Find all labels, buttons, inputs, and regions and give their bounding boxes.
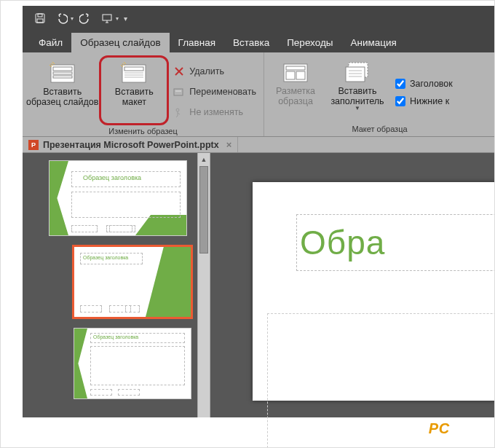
svg-rect-9 bbox=[124, 67, 143, 71]
title-checkbox-label: Заголовок bbox=[410, 79, 453, 89]
title-placeholder[interactable]: Обра bbox=[296, 214, 495, 271]
preserve-label: Не изменять bbox=[189, 107, 243, 117]
footers-checkbox-input[interactable] bbox=[395, 96, 405, 106]
scroll-handle[interactable] bbox=[199, 166, 208, 254]
tab-transitions[interactable]: Переходы bbox=[278, 33, 341, 52]
save-icon bbox=[34, 12, 46, 24]
redo-icon bbox=[79, 12, 91, 24]
master-thumb-title: Образец заголовка bbox=[83, 174, 141, 181]
placeholder-icon bbox=[344, 61, 371, 83]
powerpoint-file-icon: P bbox=[28, 140, 39, 150]
watermark-part-c: .com bbox=[450, 420, 483, 436]
delete-button[interactable]: Удалить bbox=[173, 63, 256, 80]
tab-insert[interactable]: Вставка bbox=[224, 33, 278, 52]
undo-icon bbox=[56, 12, 68, 24]
thumbnail-scrollbar[interactable]: ▲ bbox=[197, 153, 210, 417]
document-tab-bar: P Презентация Microsoft PowerPoint.pptx … bbox=[23, 137, 495, 153]
slide-editor[interactable]: Обра bbox=[210, 153, 495, 417]
insert-layout-label: Вставить макет bbox=[115, 87, 154, 108]
undo-dropdown[interactable]: ▾ bbox=[71, 15, 74, 22]
title-checkbox[interactable]: Заголовок bbox=[395, 79, 453, 89]
chevron-down-icon: ▼ bbox=[355, 105, 360, 111]
delete-icon bbox=[173, 66, 185, 77]
insert-layout-button[interactable]: Вставить макет bbox=[103, 59, 165, 122]
tab-file[interactable]: Файл bbox=[30, 33, 71, 52]
master-layout-button[interactable]: Разметка образца bbox=[267, 58, 324, 121]
preserve-button[interactable]: Не изменять bbox=[173, 103, 256, 121]
svg-rect-15 bbox=[174, 89, 183, 95]
rename-icon bbox=[173, 86, 185, 98]
preserve-icon bbox=[173, 106, 185, 118]
rename-label: Переименовать bbox=[189, 87, 256, 97]
svg-rect-23 bbox=[346, 67, 365, 82]
watermark: Public-PC.com bbox=[381, 420, 483, 437]
slideshow-dropdown[interactable]: ▾ bbox=[116, 15, 119, 22]
group-master-layout: Разметка образца Вставить заполнитель ▼ … bbox=[264, 52, 495, 136]
redo-button[interactable] bbox=[75, 9, 95, 28]
slide-canvas[interactable]: Обра bbox=[253, 182, 495, 401]
svg-rect-6 bbox=[53, 72, 72, 74]
insert-placeholder-button[interactable]: Вставить заполнитель ▼ bbox=[324, 58, 391, 121]
undo-button[interactable] bbox=[52, 9, 72, 28]
insert-slide-master-label: Вставить образец слайдов bbox=[26, 87, 98, 108]
svg-rect-21 bbox=[296, 71, 305, 79]
svg-rect-16 bbox=[175, 90, 181, 92]
master-layout-icon bbox=[282, 61, 309, 83]
svg-rect-19 bbox=[286, 66, 305, 70]
watermark-part-a: Public- bbox=[381, 420, 429, 436]
document-tab[interactable]: P Презентация Microsoft PowerPoint.pptx … bbox=[23, 137, 238, 152]
insert-placeholder-label: Вставить заполнитель bbox=[330, 86, 384, 107]
title-checkbox-input[interactable] bbox=[395, 79, 405, 89]
title-placeholder-text: Обра bbox=[300, 223, 385, 262]
group-edit-master: Вставить образец слайдов Вставить макет … bbox=[23, 52, 264, 136]
thumbnail-pane[interactable]: Образец заголовка Образец заголовка bbox=[23, 153, 197, 417]
insert-slide-master-button[interactable]: Вставить образец слайдов bbox=[25, 59, 99, 122]
master-layout-label: Разметка образца bbox=[276, 86, 315, 107]
slide-master-icon bbox=[50, 62, 76, 84]
document-close-button[interactable]: × bbox=[226, 139, 232, 150]
layout-thumb-title: Образец заголовка bbox=[83, 255, 128, 260]
layout-thumb-title: Образец заголовка bbox=[93, 334, 138, 339]
group-master-layout-label: Макет образца bbox=[264, 123, 495, 136]
slide-master-thumbnail[interactable]: Образец заголовка bbox=[49, 160, 187, 236]
watermark-part-b: PC bbox=[429, 420, 450, 436]
svg-rect-20 bbox=[286, 71, 295, 79]
slideshow-icon bbox=[101, 12, 113, 24]
svg-rect-1 bbox=[38, 14, 42, 17]
highlight-annotation: Вставить макет bbox=[99, 55, 169, 125]
ribbon-tabs: Файл Образец слайдов Главная Вставка Пер… bbox=[23, 31, 495, 52]
svg-rect-3 bbox=[103, 15, 111, 20]
layout-icon bbox=[121, 62, 147, 84]
svg-rect-2 bbox=[37, 19, 43, 23]
workspace: Образец заголовка Образец заголовка bbox=[23, 153, 495, 417]
quick-access-toolbar: ▾ ▾ ▾ bbox=[23, 6, 495, 31]
layout-thumbnail[interactable]: Образец заголовка bbox=[74, 246, 191, 318]
tab-home[interactable]: Главная bbox=[170, 33, 224, 52]
ribbon: Вставить образец слайдов Вставить макет … bbox=[23, 52, 495, 137]
delete-label: Удалить bbox=[189, 66, 224, 76]
svg-rect-5 bbox=[53, 67, 72, 71]
tab-slide-master[interactable]: Образец слайдов bbox=[71, 33, 169, 52]
scroll-up-button[interactable]: ▲ bbox=[198, 153, 210, 166]
tab-animation[interactable]: Анимация bbox=[341, 33, 405, 52]
svg-point-17 bbox=[176, 109, 179, 111]
save-button[interactable] bbox=[30, 9, 50, 28]
rename-button[interactable]: Переименовать bbox=[173, 83, 256, 101]
svg-rect-7 bbox=[53, 76, 72, 78]
slideshow-button[interactable] bbox=[97, 9, 117, 28]
footers-checkbox-label: Нижние к bbox=[410, 96, 449, 106]
group-edit-master-label: Изменить образец bbox=[23, 125, 264, 138]
layout-thumbnail[interactable]: Образец заголовка bbox=[74, 328, 191, 399]
document-title: Презентация Microsoft PowerPoint.pptx bbox=[43, 140, 219, 150]
footers-checkbox[interactable]: Нижние к bbox=[395, 96, 453, 106]
qat-customize[interactable]: ▾ bbox=[120, 9, 130, 28]
